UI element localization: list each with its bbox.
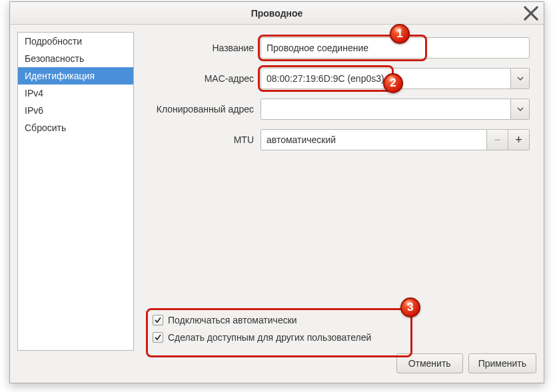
check-icon (154, 333, 162, 341)
checkbox-block: 3 Подключаться автоматически Сделать дос… (147, 307, 530, 351)
cloned-input[interactable] (261, 98, 511, 120)
sidebar-item-reset[interactable]: Сбросить (18, 119, 133, 136)
sidebar-item-ipv6[interactable]: IPv6 (18, 102, 133, 119)
name-input[interactable] (261, 37, 530, 59)
chevron-down-icon (517, 107, 524, 111)
window-title: Проводное (251, 8, 303, 19)
check-icon (154, 316, 162, 324)
row-mac: MAC-адрес 2 (147, 68, 530, 89)
mtu-label: MTU (147, 134, 261, 145)
cancel-button[interactable]: Отменить (396, 353, 463, 373)
sidebar-item-security[interactable]: Безопасность (18, 50, 133, 67)
all-users-label: Сделать доступным для других пользовател… (168, 332, 371, 343)
sidebar-item-ipv4[interactable]: IPv4 (18, 85, 133, 102)
sidebar: Подробности Безопасность Идентификация I… (17, 32, 134, 351)
mtu-decrement-button[interactable]: − (487, 129, 508, 150)
sidebar-item-identity[interactable]: Идентификация (18, 67, 133, 85)
row-cloned: Клонированный адрес (147, 98, 530, 120)
check-row-allusers: Сделать доступным для других пользовател… (153, 332, 524, 343)
cloned-label: Клонированный адрес (147, 104, 261, 114)
cloned-dropdown-button[interactable] (511, 98, 530, 120)
close-icon[interactable] (524, 6, 538, 21)
form-rows: Название 1 MAC-адрес (147, 37, 530, 160)
mtu-increment-button[interactable]: + (508, 129, 530, 150)
titlebar: Проводное (10, 2, 544, 25)
auto-connect-checkbox[interactable] (153, 315, 163, 325)
mtu-input[interactable] (261, 129, 487, 150)
apply-button[interactable]: Применить (468, 353, 536, 373)
check-row-auto: Подключаться автоматически (153, 315, 524, 325)
mac-input[interactable] (261, 68, 511, 89)
row-mtu: MTU − + (147, 129, 530, 150)
sidebar-item-details[interactable]: Подробности (18, 33, 133, 50)
chevron-down-icon (517, 77, 524, 81)
main-panel: Название 1 MAC-адрес (134, 32, 536, 351)
settings-dialog: Проводное Подробности Безопасность Идент… (9, 1, 544, 383)
dialog-content: Подробности Безопасность Идентификация I… (10, 25, 544, 351)
row-name: Название 1 (147, 37, 530, 59)
mac-dropdown-button[interactable] (511, 68, 530, 89)
mac-label: MAC-адрес (147, 73, 261, 84)
auto-connect-label: Подключаться автоматически (168, 315, 297, 325)
all-users-checkbox[interactable] (153, 332, 163, 343)
name-label: Название (147, 43, 261, 53)
dialog-footer: Отменить Применить (10, 351, 544, 383)
